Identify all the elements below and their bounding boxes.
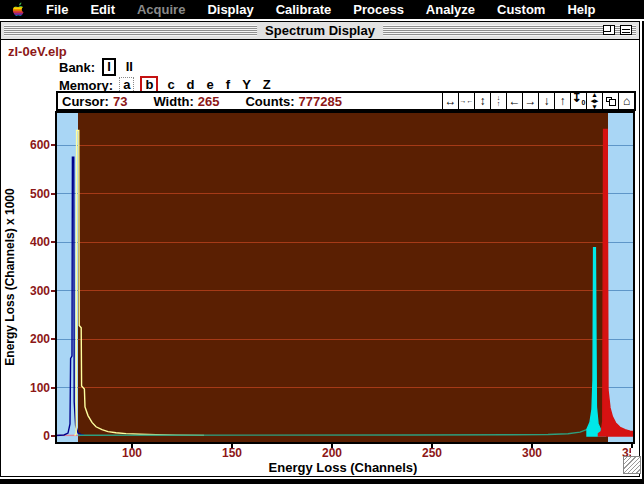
counts-label: Counts: xyxy=(245,94,294,109)
spectrum-filename: zl-0eV.elp xyxy=(8,44,67,59)
status-bar: Cursor:73 Width:265 Counts:777285 ↔→←↕↓↑… xyxy=(56,91,636,111)
menu-edit[interactable]: Edit xyxy=(79,0,126,19)
y-tick-600: 600 xyxy=(20,138,50,152)
y-tick-300: 300 xyxy=(20,284,50,298)
collapse-box-button[interactable] xyxy=(620,25,632,35)
menu-help[interactable]: Help xyxy=(556,0,606,19)
y-axis-tick-labels: 0100200300400500600 xyxy=(20,111,50,444)
scroll-up-icon[interactable]: ↑ xyxy=(554,93,570,109)
status-fields: Cursor:73 Width:265 Counts:777285 xyxy=(58,94,442,109)
apple-logo-icon[interactable] xyxy=(12,2,25,17)
menu-acquire: Acquire xyxy=(126,0,196,19)
y-tick-0: 0 xyxy=(20,429,50,443)
desktop: FileEditAcquireDisplayCalibrateProcessAn… xyxy=(0,0,644,484)
scroll-right-icon[interactable]: → xyxy=(522,93,538,109)
window-right-bevel xyxy=(640,21,642,477)
menu-display[interactable]: Display xyxy=(196,0,264,19)
width-value: 265 xyxy=(198,94,220,109)
width-label: Width: xyxy=(153,94,193,109)
counts-value: 777285 xyxy=(299,94,342,109)
x-tick-200: 200 xyxy=(315,446,349,460)
spectrum-plot[interactable] xyxy=(51,111,635,449)
scroll-down-icon[interactable]: ↓ xyxy=(538,93,554,109)
zoom-box-button[interactable] xyxy=(603,25,615,35)
x-tick-250: 250 xyxy=(415,446,449,460)
scroll-left-icon[interactable]: ← xyxy=(506,93,522,109)
y-tick-100: 100 xyxy=(20,381,50,395)
home-view-icon[interactable]: ⌂ xyxy=(618,93,634,109)
compress-horizontal-icon[interactable]: →← xyxy=(458,93,474,109)
memory-option-d[interactable]: d xyxy=(184,78,198,92)
x-tick-300: 300 xyxy=(515,446,549,460)
menu-bar: FileEditAcquireDisplayCalibrateProcessAn… xyxy=(0,0,644,19)
x-axis-tick-labels: 100150200250300350 xyxy=(51,446,631,461)
title-bar[interactable]: Spectrum Display xyxy=(0,21,640,40)
resize-grip[interactable] xyxy=(623,456,641,474)
memory-option-c[interactable]: c xyxy=(164,78,177,92)
cursor-label: Cursor: xyxy=(62,94,109,109)
pan-icon[interactable]: ▴◂▸▾ xyxy=(586,93,602,109)
cursor-value: 73 xyxy=(113,94,127,109)
expand-horizontal-icon[interactable]: ↔ xyxy=(442,93,458,109)
menu-custom[interactable]: Custom xyxy=(486,0,556,19)
memory-option-f[interactable]: f xyxy=(223,78,233,92)
menu-calibrate[interactable]: Calibrate xyxy=(265,0,343,19)
window-bottom-bevel xyxy=(0,477,642,479)
menu-analyze[interactable]: Analyze xyxy=(415,0,486,19)
zero-baseline-icon[interactable]: ↧0 xyxy=(570,93,586,109)
memory-option-e[interactable]: e xyxy=(204,78,217,92)
x-axis-title: Energy Loss (Channels) xyxy=(51,460,635,475)
menu-items: FileEditAcquireDisplayCalibrateProcessAn… xyxy=(35,0,607,19)
y-tick-200: 200 xyxy=(20,332,50,346)
cursor-field: Cursor:73 xyxy=(62,94,127,109)
menu-file[interactable]: File xyxy=(35,0,79,19)
menu-process[interactable]: Process xyxy=(342,0,415,19)
counts-field: Counts:777285 xyxy=(245,94,342,109)
window-title: Spectrum Display xyxy=(257,22,383,39)
bank-option-ii[interactable]: II xyxy=(123,60,136,74)
memory-option-z[interactable]: Z xyxy=(260,78,274,92)
x-tick-150: 150 xyxy=(215,446,249,460)
display-toolbar: ↔→←↕↓↑←→↓↑↧0▴◂▸▾⌂ xyxy=(442,93,634,109)
duplicate-window-icon[interactable] xyxy=(602,93,618,109)
bank-label: Bank: xyxy=(59,60,95,75)
width-field: Width:265 xyxy=(153,94,219,109)
bank-selector: Bank: III xyxy=(59,58,139,76)
y-axis-title: Energy Loss (Channels) x 1000 xyxy=(3,188,17,365)
bank-option-i[interactable]: I xyxy=(102,58,116,76)
x-tick-100: 100 xyxy=(115,446,149,460)
memory-option-y[interactable]: Y xyxy=(239,78,254,92)
y-tick-400: 400 xyxy=(20,235,50,249)
y-tick-500: 500 xyxy=(20,187,50,201)
expand-vertical-icon[interactable]: ↕ xyxy=(474,93,490,109)
compress-vertical-icon[interactable]: ↓↑ xyxy=(490,93,506,109)
